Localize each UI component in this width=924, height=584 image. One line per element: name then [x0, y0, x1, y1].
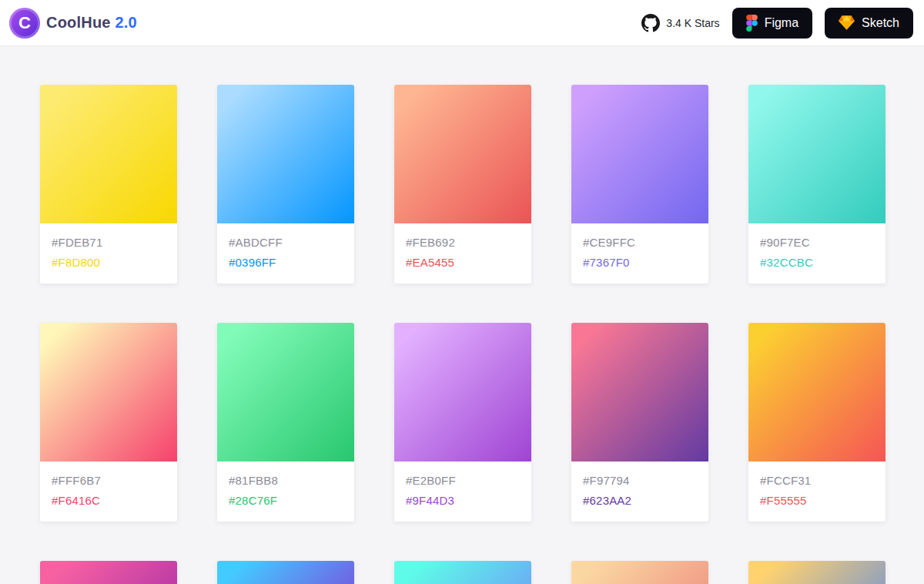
gradient-card[interactable]: #FFF6B7 #F6416C — [40, 323, 177, 522]
brand-version: 2.0 — [115, 14, 136, 31]
hex-end: #9F44D3 — [406, 491, 520, 511]
gradient-swatch[interactable] — [748, 323, 886, 461]
gradient-swatch[interactable] — [571, 561, 708, 584]
gradient-card[interactable]: #5EFCE8 #736EFE — [394, 561, 531, 584]
gradient-swatch[interactable] — [748, 561, 886, 584]
header: C CoolHue 2.0 3.4 K Stars Figma — [0, 0, 924, 46]
gradient-card[interactable]: #FAD7A1 #E96D71 — [571, 561, 708, 584]
brand-name: CoolHue — [46, 14, 111, 31]
gradient-card[interactable]: #ABDCFF #0396FF — [217, 85, 354, 284]
github-stars-label: 3.4 K Stars — [666, 17, 719, 29]
gradient-swatch[interactable] — [748, 85, 886, 223]
gradient-card[interactable]: #90F7EC #32CCBC — [748, 85, 886, 284]
card-info: #F97794 #623AA2 — [571, 461, 708, 522]
gradient-card[interactable]: #E2B0FF #9F44D3 — [394, 323, 531, 522]
gradient-swatch[interactable] — [394, 85, 531, 223]
hex-end: #28C76F — [229, 491, 343, 511]
hex-end: #EA5455 — [406, 253, 520, 273]
gradient-swatch[interactable] — [40, 85, 177, 223]
gradient-swatch[interactable] — [217, 85, 354, 223]
card-info: #FCCF31 #F55555 — [748, 461, 886, 522]
gradient-card[interactable]: #CE9FFC #7367F0 — [571, 85, 708, 284]
card-info: #81FBB8 #28C76F — [217, 461, 354, 522]
card-info: #ABDCFF #0396FF — [217, 223, 354, 284]
hex-start: #FCCF31 — [760, 471, 874, 491]
github-stars-link[interactable]: 3.4 K Stars — [641, 14, 719, 32]
hex-end: #623AA2 — [583, 491, 697, 511]
figma-icon — [746, 15, 758, 32]
card-info: #FDEB71 #F8D800 — [40, 223, 177, 284]
figma-button[interactable]: Figma — [732, 8, 812, 39]
gradient-swatch[interactable] — [217, 323, 354, 461]
github-icon — [641, 14, 660, 32]
hex-end: #F8D800 — [52, 253, 166, 273]
sketch-icon — [839, 15, 855, 30]
hex-start: #F97794 — [583, 471, 697, 491]
gradient-card[interactable]: #FDEB71 #F8D800 — [40, 85, 177, 284]
card-info: #90F7EC #32CCBC — [748, 223, 886, 284]
gradient-grid: #FDEB71 #F8D800 #ABDCFF #0396FF #FEB692 … — [0, 46, 924, 584]
card-info: #FEB692 #EA5455 — [394, 223, 531, 284]
hex-start: #FEB692 — [406, 233, 520, 253]
gradient-card[interactable]: #81FBB8 #28C76F — [217, 323, 354, 522]
coolhue-logo-icon: C — [9, 8, 40, 39]
hex-start: #FDEB71 — [52, 233, 166, 253]
hex-start: #CE9FFC — [583, 233, 697, 253]
brand[interactable]: C CoolHue 2.0 — [9, 8, 137, 39]
hex-start: #FFF6B7 — [52, 471, 166, 491]
hex-start: #81FBB8 — [229, 471, 343, 491]
hex-start: #E2B0FF — [406, 471, 520, 491]
gradient-swatch[interactable] — [40, 561, 177, 584]
gradient-card[interactable]: #F761A1 #8C1BAB — [40, 561, 177, 584]
hex-start: #ABDCFF — [229, 233, 343, 253]
page-title: CoolHue 2.0 — [46, 14, 137, 32]
gradient-swatch[interactable] — [394, 561, 531, 584]
card-info: #FFF6B7 #F6416C — [40, 461, 177, 522]
hex-end: #7367F0 — [583, 253, 697, 273]
sketch-button-label: Sketch — [862, 16, 899, 30]
gradient-card[interactable]: #FCCF31 #F55555 — [748, 323, 886, 522]
gradient-card[interactable]: #F97794 #623AA2 — [571, 323, 708, 522]
card-info: #E2B0FF #9F44D3 — [394, 461, 531, 522]
hex-start: #90F7EC — [760, 233, 874, 253]
sketch-button[interactable]: Sketch — [825, 8, 913, 39]
hex-end: #F55555 — [760, 491, 874, 511]
gradient-swatch[interactable] — [40, 323, 177, 461]
gradient-swatch[interactable] — [394, 323, 531, 461]
hex-end: #0396FF — [229, 253, 343, 273]
gradient-card[interactable]: #43CBFF #9708CC — [217, 561, 354, 584]
gradient-card[interactable]: #FFD26F #3677FF — [748, 561, 886, 584]
figma-button-label: Figma — [765, 16, 798, 30]
card-info: #CE9FFC #7367F0 — [571, 223, 708, 284]
gradient-swatch[interactable] — [571, 323, 708, 461]
header-actions: 3.4 K Stars Figma Sketch — [641, 8, 913, 39]
gradient-card[interactable]: #FEB692 #EA5455 — [394, 85, 531, 284]
hex-end: #32CCBC — [760, 253, 874, 273]
hex-end: #F6416C — [52, 491, 166, 511]
gradient-swatch[interactable] — [571, 85, 708, 223]
gradient-swatch[interactable] — [217, 561, 354, 584]
